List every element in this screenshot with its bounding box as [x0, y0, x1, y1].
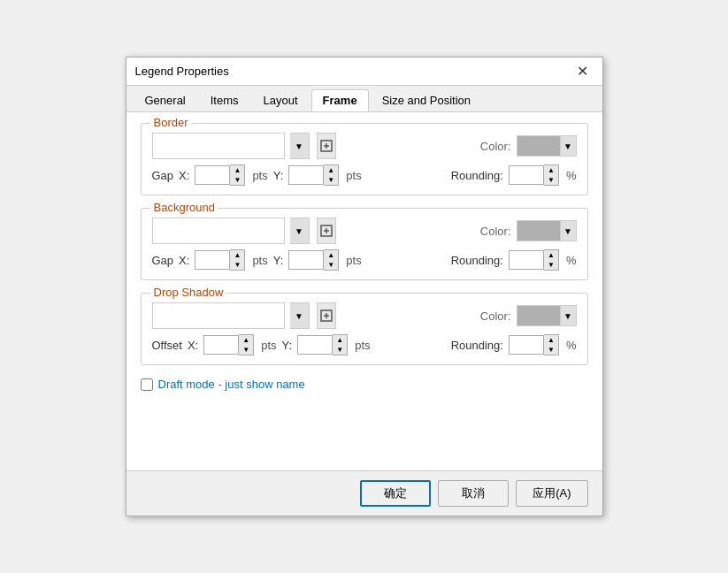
legend-properties-dialog: Legend Properties ✕ General Items Layout… — [126, 57, 603, 516]
drop-shadow-offset-x-down[interactable]: ▼ — [239, 345, 253, 355]
tab-frame[interactable]: Frame — [311, 89, 369, 111]
background-color-label: Color: — [480, 225, 511, 238]
close-button[interactable]: ✕ — [571, 63, 594, 80]
drop-shadow-title: Drop Shadow — [150, 286, 227, 299]
background-rounding-label: Rounding: — [451, 254, 503, 267]
border-gap-x-down[interactable]: ▼ — [230, 175, 244, 185]
border-gap-x-up[interactable]: ▲ — [230, 165, 244, 175]
drop-shadow-pts1: pts — [261, 339, 276, 352]
dialog-footer: 确定 取消 应用(A) — [126, 470, 602, 516]
background-pattern-row: ▼ Color: ▼ — [152, 218, 577, 244]
background-icon-btn[interactable] — [317, 218, 336, 244]
border-section: Border ▼ Color: ▼ Gap X: 0 — [141, 123, 588, 195]
background-gap-y-up[interactable]: ▲ — [324, 250, 338, 260]
background-color-dropdown[interactable]: ▼ — [561, 220, 577, 241]
drop-shadow-offset-label: Offset — [152, 339, 182, 352]
border-gap-x-input[interactable]: 0 — [195, 165, 230, 185]
border-icon-btn[interactable] — [317, 133, 336, 159]
background-pts2: pts — [346, 254, 361, 267]
tab-size-and-position[interactable]: Size and Position — [371, 89, 482, 111]
drop-shadow-dropdown-btn[interactable]: ▼ — [290, 302, 310, 329]
drop-shadow-icon-btn[interactable] — [317, 302, 336, 329]
border-title: Border — [150, 116, 192, 129]
drop-shadow-color-swatch[interactable] — [517, 305, 561, 326]
background-gap-row: Gap X: 0 ▲ ▼ pts Y: 0 ▲ ▼ — [152, 249, 577, 271]
cancel-button[interactable]: 取消 — [438, 480, 509, 507]
border-rounding-label: Rounding: — [451, 169, 503, 182]
border-gap-x-spinbox: 0 ▲ ▼ — [195, 164, 245, 186]
background-gap-y-input[interactable]: 0 — [288, 250, 324, 270]
border-gap-y-up[interactable]: ▲ — [324, 165, 338, 175]
background-rounding-spinbox: 0 ▲ ▼ — [509, 249, 559, 271]
border-dropdown-btn[interactable]: ▼ — [290, 133, 310, 159]
border-percent: % — [566, 169, 577, 182]
tab-general[interactable]: General — [134, 89, 197, 111]
border-color-label: Color: — [480, 140, 511, 153]
drop-shadow-rounding-spinbox: 0 ▲ ▼ — [509, 334, 559, 355]
background-rounding-input[interactable]: 0 — [509, 250, 544, 270]
drop-shadow-color-dropdown[interactable]: ▼ — [561, 305, 577, 326]
background-color-swatch[interactable] — [517, 220, 561, 241]
background-gap-y-spinbox: 0 ▲ ▼ — [288, 249, 339, 271]
drop-shadow-offset-y-input[interactable]: -15 — [297, 335, 333, 355]
drop-shadow-x-label: X: — [188, 339, 198, 352]
border-pts2: pts — [346, 169, 361, 182]
drop-shadow-rounding-down[interactable]: ▼ — [544, 345, 558, 355]
border-rounding-spinbox: 0 ▲ ▼ — [509, 164, 559, 186]
border-rounding-down[interactable]: ▼ — [544, 175, 558, 185]
drop-shadow-offset-y-up[interactable]: ▲ — [333, 335, 347, 345]
background-color-row: Color: ▼ — [462, 220, 577, 241]
draft-mode-row: Draft mode - just show name — [141, 378, 588, 391]
border-pattern-row: ▼ Color: ▼ — [152, 133, 577, 159]
border-color-swatch[interactable] — [517, 135, 561, 157]
background-gap-x-input[interactable]: 0 — [195, 250, 230, 270]
background-title: Background — [150, 201, 218, 214]
background-x-label: X: — [179, 254, 189, 267]
frame-content: Border ▼ Color: ▼ Gap X: 0 — [126, 112, 602, 470]
drop-shadow-offset-x-spinbox: 15 ▲ ▼ — [203, 334, 254, 355]
border-pattern-box[interactable] — [152, 133, 285, 159]
border-gap-y-input[interactable]: 0 — [288, 165, 324, 185]
background-dropdown-btn[interactable]: ▼ — [290, 218, 310, 244]
drop-shadow-offset-x-input[interactable]: 15 — [203, 335, 239, 355]
background-section: Background ▼ Color: ▼ Gap X: 0 — [141, 208, 588, 280]
drop-shadow-offset-y-down[interactable]: ▼ — [333, 345, 347, 355]
drop-shadow-offset-y-spinbox: -15 ▲ ▼ — [297, 334, 348, 355]
tab-layout[interactable]: Layout — [252, 89, 310, 111]
drop-shadow-rounding-up[interactable]: ▲ — [544, 335, 558, 345]
border-color-row: Color: ▼ — [462, 135, 577, 157]
tab-bar: General Items Layout Frame Size and Posi… — [126, 86, 602, 112]
background-pattern-box[interactable] — [152, 218, 285, 244]
drop-shadow-rounding-input[interactable]: 0 — [509, 335, 544, 355]
draft-mode-checkbox[interactable] — [141, 378, 153, 391]
drop-shadow-offset-row: Offset X: 15 ▲ ▼ pts Y: -15 ▲ ▼ — [152, 334, 577, 355]
title-bar: Legend Properties ✕ — [126, 57, 602, 86]
drop-shadow-offset-x-up[interactable]: ▲ — [239, 335, 253, 345]
drop-shadow-rounding-label: Rounding: — [451, 339, 503, 352]
background-gap-x-down[interactable]: ▼ — [230, 260, 244, 270]
ok-button[interactable]: 确定 — [360, 480, 431, 507]
border-color-dropdown[interactable]: ▼ — [561, 135, 577, 157]
drop-shadow-y-label: Y: — [282, 339, 293, 352]
border-y-label: Y: — [273, 169, 284, 182]
background-gap-x-up[interactable]: ▲ — [230, 250, 244, 260]
border-gap-y-down[interactable]: ▼ — [324, 175, 338, 185]
background-rounding-down[interactable]: ▼ — [544, 260, 558, 270]
background-gap-y-down[interactable]: ▼ — [324, 260, 338, 270]
dialog-title: Legend Properties — [135, 65, 229, 78]
tab-items[interactable]: Items — [199, 89, 250, 111]
background-y-label: Y: — [273, 254, 284, 267]
background-rounding-up[interactable]: ▲ — [544, 250, 558, 260]
drop-shadow-pattern-row: ▼ Color: ▼ — [152, 302, 577, 329]
border-rounding-input[interactable]: 0 — [509, 165, 544, 185]
drop-shadow-color-label: Color: — [480, 309, 511, 323]
border-rounding-up[interactable]: ▲ — [544, 165, 558, 175]
drop-shadow-pattern-box[interactable] — [152, 302, 285, 329]
apply-button[interactable]: 应用(A) — [516, 480, 587, 507]
drop-shadow-pts2: pts — [355, 339, 370, 352]
border-gap-y-spinbox: 0 ▲ ▼ — [288, 164, 339, 186]
background-gap-label: Gap — [152, 254, 174, 267]
border-gap-row: Gap X: 0 ▲ ▼ pts Y: 0 ▲ ▼ — [152, 164, 577, 186]
border-gap-label: Gap — [152, 169, 174, 182]
background-pts1: pts — [252, 254, 267, 267]
